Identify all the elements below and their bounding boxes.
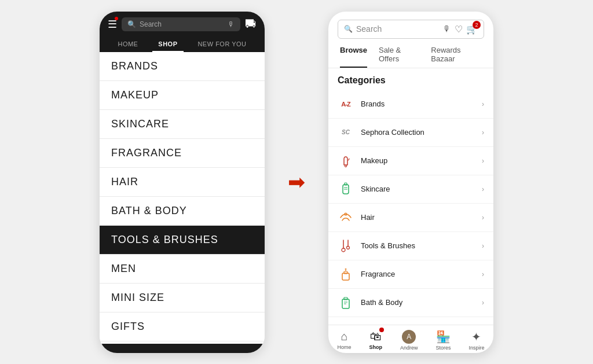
chevron-icon: › bbox=[482, 100, 484, 108]
chevron-icon: › bbox=[482, 214, 484, 222]
footer-label-stores: Stores bbox=[435, 345, 451, 351]
search-icon: 🔍 bbox=[127, 20, 136, 28]
left-search-bar[interactable]: 🔍 Search 🎙 bbox=[122, 17, 240, 31]
hamburger-icon[interactable]: ☰ bbox=[108, 18, 117, 31]
avatar-andrew: A bbox=[402, 330, 416, 344]
arrow-right-icon: ➡ bbox=[288, 170, 305, 194]
right-footer: ⌂ Home 🛍 Shop A Andrew 🏪 Stores ✦ Inspir… bbox=[328, 325, 493, 353]
notification-dot bbox=[115, 17, 118, 20]
category-label-tools-brushes: Tools & Brushes bbox=[361, 241, 482, 250]
menu-item-tools-brushes[interactable]: Tools & Brushes bbox=[100, 226, 265, 255]
menu-item-mini-size[interactable]: Mini Size bbox=[100, 284, 265, 312]
chevron-icon: › bbox=[482, 157, 484, 165]
menu-item-bath-body[interactable]: Bath & Body bbox=[100, 197, 265, 226]
svg-point-7 bbox=[342, 248, 345, 252]
arrow-container: ➡ bbox=[288, 170, 305, 194]
shop-badge bbox=[379, 328, 384, 332]
tab-browse[interactable]: Browse bbox=[340, 46, 367, 68]
category-label-bath-body: Bath & Body bbox=[361, 298, 482, 307]
sephora-icon: SC bbox=[338, 124, 354, 141]
chevron-icon: › bbox=[482, 242, 484, 250]
stores-icon: 🏪 bbox=[436, 330, 451, 344]
left-menu-body: Brands Makeup Skincare Fragrance Hair Ba… bbox=[100, 52, 265, 344]
makeup-icon bbox=[338, 153, 354, 169]
category-label-sephora: Sephora Collection bbox=[361, 128, 482, 137]
category-label-skincare: Skincare bbox=[361, 185, 482, 193]
menu-item-fragrance[interactable]: Fragrance bbox=[100, 139, 265, 168]
tools-brushes-icon bbox=[338, 238, 354, 254]
chevron-icon: › bbox=[482, 270, 484, 278]
category-sephora[interactable]: SC Sephora Collection › bbox=[328, 119, 493, 147]
tab-rewards-bazaar[interactable]: Rewards Bazaar bbox=[431, 46, 482, 68]
left-footer bbox=[100, 344, 265, 353]
footer-tab-stores[interactable]: 🏪 Stores bbox=[435, 330, 451, 351]
cart-icon[interactable]: ⛟ bbox=[245, 17, 257, 31]
svg-rect-10 bbox=[342, 273, 349, 280]
category-label-fragrance: Fragrance bbox=[361, 270, 482, 278]
menu-item-men[interactable]: Men bbox=[100, 255, 265, 284]
menu-item-brands[interactable]: Brands bbox=[100, 52, 265, 81]
svg-rect-15 bbox=[344, 297, 347, 300]
category-fragrance[interactable]: Fragrance › bbox=[328, 260, 493, 289]
category-label-brands: Brands bbox=[361, 100, 482, 108]
right-phone: 🔍 Search 🎙 ♡ 🛒 2 Browse Sale & Offers Re… bbox=[328, 12, 493, 353]
inspire-icon: ✦ bbox=[471, 330, 481, 344]
category-skincare[interactable]: Skincare › bbox=[328, 175, 493, 204]
chevron-icon: › bbox=[482, 185, 484, 193]
left-header: ☰ 🔍 Search 🎙 ⛟ HOME SHOP NEW FOR YOU bbox=[100, 12, 265, 52]
skincare-icon bbox=[338, 181, 354, 197]
cart-badge: 2 bbox=[473, 21, 481, 29]
svg-point-0 bbox=[345, 165, 347, 167]
left-phone: ☰ 🔍 Search 🎙 ⛟ HOME SHOP NEW FOR YOU Bra… bbox=[100, 12, 265, 353]
hair-icon bbox=[338, 209, 354, 226]
right-search-placeholder: Search bbox=[356, 24, 440, 34]
home-icon: ⌂ bbox=[341, 330, 347, 343]
left-nav-tabs: HOME SHOP NEW FOR YOU bbox=[108, 37, 257, 52]
footer-label-andrew: Andrew bbox=[400, 345, 418, 351]
bath-body-icon bbox=[338, 295, 354, 311]
menu-item-skincare[interactable]: Skincare bbox=[100, 110, 265, 139]
right-nav-tabs: Browse Sale & Offers Rewards Bazaar bbox=[338, 46, 484, 68]
mic-icon-right[interactable]: 🎙 bbox=[443, 24, 451, 34]
nav-tab-new-for-you[interactable]: NEW FOR YOU bbox=[192, 37, 252, 52]
menu-item-hair[interactable]: Hair bbox=[100, 168, 265, 197]
cart-icon-right[interactable]: 🛒 2 bbox=[466, 24, 478, 35]
mic-icon[interactable]: 🎙 bbox=[228, 20, 235, 28]
category-label-makeup: Makeup bbox=[361, 156, 482, 165]
shop-icon: 🛍 bbox=[370, 330, 382, 343]
right-header: 🔍 Search 🎙 ♡ 🛒 2 Browse Sale & Offers Re… bbox=[328, 12, 493, 68]
footer-label-shop: Shop bbox=[369, 344, 382, 350]
nav-tab-home[interactable]: HOME bbox=[112, 37, 144, 52]
menu-item-gifts[interactable]: Gifts bbox=[100, 312, 265, 341]
category-gifts[interactable]: Gifts › bbox=[328, 317, 493, 325]
menu-item-makeup[interactable]: Makeup bbox=[100, 81, 265, 110]
svg-point-13 bbox=[345, 269, 346, 270]
chevron-icon: › bbox=[482, 299, 484, 307]
category-tools-brushes[interactable]: Tools & Brushes › bbox=[328, 232, 493, 260]
categories-title: Categories bbox=[328, 75, 493, 90]
brands-icon: A-Z bbox=[338, 96, 354, 112]
search-icon-right: 🔍 bbox=[344, 25, 353, 33]
svg-point-9 bbox=[347, 246, 350, 249]
right-search-bar[interactable]: 🔍 Search 🎙 ♡ 🛒 2 bbox=[338, 20, 484, 39]
category-bath-body[interactable]: Bath & Body › bbox=[328, 289, 493, 317]
nav-tab-shop[interactable]: SHOP bbox=[152, 37, 183, 52]
footer-tab-andrew[interactable]: A Andrew bbox=[400, 330, 418, 351]
category-hair[interactable]: Hair › bbox=[328, 204, 493, 232]
footer-label-home: Home bbox=[337, 344, 351, 350]
chevron-icon: › bbox=[482, 128, 484, 137]
right-body: Categories A-Z Brands › SC Sephora Colle… bbox=[328, 68, 493, 325]
category-label-hair: Hair bbox=[361, 213, 482, 222]
footer-tab-home[interactable]: ⌂ Home bbox=[337, 330, 351, 351]
category-makeup[interactable]: Makeup › bbox=[328, 147, 493, 175]
search-placeholder: Search bbox=[140, 20, 162, 28]
left-topbar: ☰ 🔍 Search 🎙 ⛟ bbox=[108, 17, 257, 31]
tab-sale-offers[interactable]: Sale & Offers bbox=[379, 46, 419, 68]
footer-tab-inspire[interactable]: ✦ Inspire bbox=[468, 330, 484, 351]
footer-label-inspire: Inspire bbox=[468, 345, 484, 351]
heart-icon[interactable]: ♡ bbox=[455, 24, 463, 35]
category-brands[interactable]: A-Z Brands › bbox=[328, 90, 493, 119]
footer-tab-shop[interactable]: 🛍 Shop bbox=[369, 330, 382, 351]
fragrance-icon bbox=[338, 266, 354, 282]
